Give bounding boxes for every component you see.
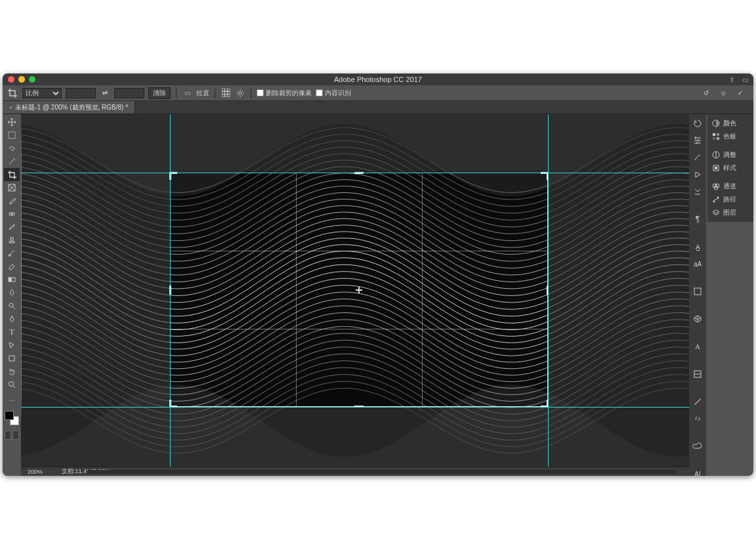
- zoom-level[interactable]: 200%: [28, 469, 54, 475]
- dodge-tool[interactable]: [4, 299, 20, 312]
- channels-panel-tab[interactable]: 通道: [707, 180, 753, 193]
- screen-mode[interactable]: [5, 431, 19, 440]
- svg-rect-1: [9, 132, 15, 138]
- move-tool[interactable]: [4, 116, 20, 129]
- paths-panel-tab[interactable]: 路径: [707, 193, 753, 206]
- commit-icon[interactable]: ✓: [735, 88, 746, 98]
- canvas-viewport[interactable]: [21, 114, 689, 467]
- ratio-select[interactable]: 比例: [22, 88, 62, 98]
- document-tab[interactable]: × 未标题-1 @ 200% (裁剪预览, RGB/8) *: [3, 101, 135, 114]
- cancel-icon[interactable]: ⦸: [718, 88, 728, 98]
- hand-tool[interactable]: [4, 365, 20, 378]
- lasso-tool[interactable]: [4, 142, 20, 155]
- horizontal-scrollbar[interactable]: [87, 469, 676, 475]
- paragraph-panel-icon[interactable]: ¶: [691, 213, 704, 226]
- paths-icon: [711, 195, 721, 204]
- svg-rect-29: [715, 167, 717, 169]
- history-brush-tool[interactable]: [4, 247, 20, 260]
- marquee-tool[interactable]: [4, 129, 20, 142]
- path-select-tool[interactable]: [4, 339, 20, 352]
- svg-rect-13: [9, 356, 14, 361]
- close-tab-icon[interactable]: ×: [9, 104, 12, 111]
- 3d-panel-icon[interactable]: [691, 312, 704, 326]
- stamp-tool[interactable]: [4, 234, 20, 247]
- info-panel-icon[interactable]: [691, 185, 704, 198]
- history-panel-icon[interactable]: [691, 117, 704, 130]
- guide-horizontal[interactable]: [21, 407, 689, 408]
- color-icon: [711, 119, 721, 128]
- toolbox: T ⋯: [3, 114, 21, 476]
- more-tools-icon[interactable]: ⋯: [4, 394, 20, 407]
- canvas-workarea[interactable]: [21, 114, 689, 467]
- brush-panel-icon[interactable]: [691, 151, 704, 164]
- swap-dimensions-icon[interactable]: ⇄: [100, 88, 110, 98]
- layers-panel-tab[interactable]: 图层: [707, 206, 753, 219]
- content-aware-input[interactable]: [316, 89, 323, 96]
- heal-tool[interactable]: [4, 207, 20, 221]
- foreground-color-swatch[interactable]: [5, 411, 14, 420]
- color-swatch[interactable]: [5, 411, 19, 425]
- cc-libraries-icon[interactable]: [691, 440, 704, 453]
- guide-horizontal[interactable]: [21, 173, 689, 173]
- zoom-tool[interactable]: [4, 378, 20, 391]
- link-panel-icon[interactable]: [691, 412, 704, 425]
- titlebar-right-icons: ⇪ ▭: [727, 74, 749, 85]
- crop-tool-icon: [7, 87, 18, 99]
- brush-tool[interactable]: [4, 221, 20, 234]
- crop-grid-line: [296, 173, 297, 406]
- separator: [176, 88, 177, 98]
- gradient-tool[interactable]: [4, 273, 20, 286]
- svg-line-12: [12, 306, 15, 309]
- crop-rect[interactable]: [170, 173, 548, 407]
- adjustments-panel-tab[interactable]: 调整: [707, 148, 753, 161]
- actions-panel-icon[interactable]: [691, 168, 704, 181]
- scrollbar-track[interactable]: [87, 470, 676, 474]
- reset-icon[interactable]: ↺: [701, 88, 711, 98]
- properties-panel-icon[interactable]: [691, 134, 704, 147]
- glyphs-panel-icon[interactable]: aA: [691, 257, 704, 270]
- pen-tool[interactable]: [4, 312, 20, 326]
- clear-button[interactable]: 清除: [148, 87, 171, 99]
- layout-panel-icon[interactable]: [691, 368, 704, 381]
- workspace-icon[interactable]: ▭: [740, 75, 749, 84]
- content-aware-checkbox[interactable]: 内容识别: [316, 89, 351, 98]
- paragraph-styles-icon[interactable]: A|: [691, 467, 704, 476]
- character-panel-icon[interactable]: A̲: [691, 240, 704, 253]
- eraser-tool[interactable]: [4, 260, 20, 273]
- color-panel-tab[interactable]: 颜色: [707, 117, 753, 130]
- character-styles-icon[interactable]: A: [691, 340, 704, 353]
- guide-vertical[interactable]: [548, 114, 549, 467]
- gear-icon[interactable]: [235, 88, 245, 98]
- svg-rect-26: [717, 137, 719, 140]
- shape-tool[interactable]: [4, 352, 20, 365]
- crop-width-input[interactable]: [66, 88, 96, 98]
- crop-height-input[interactable]: [114, 88, 144, 98]
- document-tab-row: × 未标题-1 @ 200% (裁剪预览, RGB/8) *: [3, 101, 753, 114]
- share-icon[interactable]: ⇪: [727, 75, 736, 84]
- svg-point-8: [9, 255, 11, 257]
- styles-icon: [711, 163, 721, 173]
- guide-vertical[interactable]: [170, 114, 171, 467]
- type-tool[interactable]: T: [4, 326, 20, 339]
- blur-tool[interactable]: [4, 286, 20, 299]
- wand-tool[interactable]: [4, 155, 20, 168]
- crop-grid-line: [171, 329, 547, 329]
- crop-tool[interactable]: [4, 168, 20, 181]
- navigator-panel-icon[interactable]: [691, 285, 704, 298]
- svg-rect-10: [9, 278, 12, 282]
- titlebar: Adobe Photoshop CC 2017 ⇪ ▭: [3, 74, 753, 85]
- frame-tool[interactable]: [4, 181, 20, 194]
- grid-overlay-icon[interactable]: [220, 88, 231, 98]
- straighten-icon[interactable]: ▭: [182, 88, 192, 98]
- svg-rect-23: [713, 133, 715, 136]
- swatches-panel-tab[interactable]: 色板: [707, 130, 753, 143]
- styles-panel-tab[interactable]: 样式: [707, 161, 753, 175]
- eyedropper-tool[interactable]: [4, 194, 20, 207]
- delete-cropped-input[interactable]: [257, 89, 264, 96]
- svg-point-0: [239, 92, 242, 95]
- photoshop-window: Adobe Photoshop CC 2017 ⇪ ▭ 比例 ⇄ 清除 ▭ 拉直…: [3, 74, 753, 476]
- delete-cropped-checkbox[interactable]: 删除裁剪的像素: [257, 89, 312, 98]
- separator: [215, 88, 215, 98]
- layers-icon: [711, 208, 721, 217]
- measure-panel-icon[interactable]: [691, 395, 704, 408]
